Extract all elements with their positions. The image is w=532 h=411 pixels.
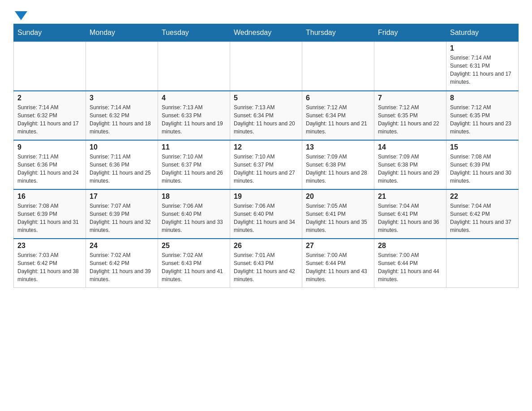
day-number: 8 [450, 94, 515, 102]
day-info: Sunrise: 7:04 AM Sunset: 6:42 PM Dayligh… [450, 202, 515, 234]
calendar-cell: 15Sunrise: 7:08 AM Sunset: 6:39 PM Dayli… [446, 140, 519, 189]
day-info: Sunrise: 7:14 AM Sunset: 6:31 PM Dayligh… [450, 54, 515, 86]
day-number: 2 [17, 94, 82, 102]
calendar-cell: 9Sunrise: 7:11 AM Sunset: 6:36 PM Daylig… [14, 140, 86, 189]
day-info: Sunrise: 7:10 AM Sunset: 6:37 PM Dayligh… [162, 153, 226, 185]
day-number: 23 [17, 242, 82, 250]
day-number: 5 [234, 94, 298, 102]
day-info: Sunrise: 7:02 AM Sunset: 6:43 PM Dayligh… [162, 251, 226, 283]
day-info: Sunrise: 7:00 AM Sunset: 6:44 PM Dayligh… [306, 251, 370, 283]
day-number: 13 [306, 143, 370, 151]
calendar-cell: 17Sunrise: 7:07 AM Sunset: 6:39 PM Dayli… [86, 189, 158, 239]
calendar-cell: 26Sunrise: 7:01 AM Sunset: 6:43 PM Dayli… [230, 239, 302, 288]
column-header-thursday: Thursday [302, 24, 374, 42]
day-info: Sunrise: 7:09 AM Sunset: 6:38 PM Dayligh… [306, 153, 370, 185]
day-number: 26 [234, 242, 298, 250]
day-number: 1 [450, 44, 515, 52]
calendar-cell [230, 42, 302, 91]
day-info: Sunrise: 7:07 AM Sunset: 6:39 PM Dayligh… [90, 202, 154, 234]
day-info: Sunrise: 7:05 AM Sunset: 6:41 PM Dayligh… [306, 202, 370, 234]
day-number: 17 [90, 193, 154, 201]
day-info: Sunrise: 7:11 AM Sunset: 6:36 PM Dayligh… [17, 153, 82, 185]
day-number: 9 [17, 143, 82, 151]
day-info: Sunrise: 7:13 AM Sunset: 6:34 PM Dayligh… [234, 103, 298, 136]
day-info: Sunrise: 7:11 AM Sunset: 6:36 PM Dayligh… [90, 153, 154, 185]
day-number: 11 [162, 143, 226, 151]
day-number: 20 [306, 193, 370, 201]
day-number: 12 [234, 143, 298, 151]
day-number: 3 [90, 94, 154, 102]
day-info: Sunrise: 7:00 AM Sunset: 6:44 PM Dayligh… [378, 251, 442, 283]
column-header-tuesday: Tuesday [158, 24, 230, 42]
day-info: Sunrise: 7:01 AM Sunset: 6:43 PM Dayligh… [234, 251, 298, 283]
calendar-cell: 21Sunrise: 7:04 AM Sunset: 6:41 PM Dayli… [374, 189, 446, 239]
calendar-cell: 6Sunrise: 7:12 AM Sunset: 6:34 PM Daylig… [302, 91, 374, 140]
day-number: 19 [234, 193, 298, 201]
day-number: 28 [378, 242, 442, 250]
day-info: Sunrise: 7:04 AM Sunset: 6:41 PM Dayligh… [378, 202, 442, 234]
column-header-saturday: Saturday [446, 24, 519, 42]
day-number: 16 [17, 193, 82, 201]
calendar-cell [86, 42, 158, 91]
day-info: Sunrise: 7:12 AM Sunset: 6:35 PM Dayligh… [450, 103, 515, 136]
calendar-header-row: SundayMondayTuesdayWednesdayThursdayFrid… [14, 24, 519, 42]
calendar-cell: 14Sunrise: 7:09 AM Sunset: 6:38 PM Dayli… [374, 140, 446, 189]
day-number: 15 [450, 143, 515, 151]
calendar-cell: 10Sunrise: 7:11 AM Sunset: 6:36 PM Dayli… [86, 140, 158, 189]
calendar-cell: 22Sunrise: 7:04 AM Sunset: 6:42 PM Dayli… [446, 189, 519, 239]
day-info: Sunrise: 7:09 AM Sunset: 6:38 PM Dayligh… [378, 153, 442, 185]
calendar-week-row: 1Sunrise: 7:14 AM Sunset: 6:31 PM Daylig… [14, 42, 519, 91]
calendar-cell: 20Sunrise: 7:05 AM Sunset: 6:41 PM Dayli… [302, 189, 374, 239]
column-header-friday: Friday [374, 24, 446, 42]
calendar-cell: 11Sunrise: 7:10 AM Sunset: 6:37 PM Dayli… [158, 140, 230, 189]
day-info: Sunrise: 7:10 AM Sunset: 6:37 PM Dayligh… [234, 153, 298, 185]
logo [13, 9, 27, 19]
day-number: 24 [90, 242, 154, 250]
calendar-table: SundayMondayTuesdayWednesdayThursdayFrid… [13, 24, 519, 288]
logo-triangle-icon [15, 11, 27, 20]
calendar-cell: 18Sunrise: 7:06 AM Sunset: 6:40 PM Dayli… [158, 189, 230, 239]
calendar-week-row: 16Sunrise: 7:08 AM Sunset: 6:39 PM Dayli… [14, 189, 519, 239]
calendar-cell: 4Sunrise: 7:13 AM Sunset: 6:33 PM Daylig… [158, 91, 230, 140]
day-number: 21 [378, 193, 442, 201]
calendar-cell: 7Sunrise: 7:12 AM Sunset: 6:35 PM Daylig… [374, 91, 446, 140]
day-info: Sunrise: 7:06 AM Sunset: 6:40 PM Dayligh… [234, 202, 298, 234]
day-number: 27 [306, 242, 370, 250]
calendar-cell: 19Sunrise: 7:06 AM Sunset: 6:40 PM Dayli… [230, 189, 302, 239]
calendar-week-row: 23Sunrise: 7:03 AM Sunset: 6:42 PM Dayli… [14, 239, 519, 288]
calendar-cell [14, 42, 86, 91]
calendar-cell: 1Sunrise: 7:14 AM Sunset: 6:31 PM Daylig… [446, 42, 519, 91]
calendar-cell: 3Sunrise: 7:14 AM Sunset: 6:32 PM Daylig… [86, 91, 158, 140]
day-number: 10 [90, 143, 154, 151]
calendar-cell [374, 42, 446, 91]
calendar-cell [302, 42, 374, 91]
day-number: 22 [450, 193, 515, 201]
column-header-sunday: Sunday [14, 24, 86, 42]
calendar-cell: 25Sunrise: 7:02 AM Sunset: 6:43 PM Dayli… [158, 239, 230, 288]
day-info: Sunrise: 7:06 AM Sunset: 6:40 PM Dayligh… [162, 202, 226, 234]
calendar-cell: 27Sunrise: 7:00 AM Sunset: 6:44 PM Dayli… [302, 239, 374, 288]
calendar-cell [446, 239, 519, 288]
calendar-cell: 5Sunrise: 7:13 AM Sunset: 6:34 PM Daylig… [230, 91, 302, 140]
calendar-cell: 28Sunrise: 7:00 AM Sunset: 6:44 PM Dayli… [374, 239, 446, 288]
day-number: 7 [378, 94, 442, 102]
day-info: Sunrise: 7:08 AM Sunset: 6:39 PM Dayligh… [450, 153, 515, 185]
day-info: Sunrise: 7:03 AM Sunset: 6:42 PM Dayligh… [17, 251, 82, 283]
calendar-cell: 12Sunrise: 7:10 AM Sunset: 6:37 PM Dayli… [230, 140, 302, 189]
calendar-cell [158, 42, 230, 91]
column-header-wednesday: Wednesday [230, 24, 302, 42]
column-header-monday: Monday [86, 24, 158, 42]
day-info: Sunrise: 7:13 AM Sunset: 6:33 PM Dayligh… [162, 103, 226, 136]
day-number: 18 [162, 193, 226, 201]
day-number: 4 [162, 94, 226, 102]
day-number: 14 [378, 143, 442, 151]
day-info: Sunrise: 7:12 AM Sunset: 6:35 PM Dayligh… [378, 103, 442, 136]
page-header [13, 9, 519, 19]
day-info: Sunrise: 7:02 AM Sunset: 6:42 PM Dayligh… [90, 251, 154, 283]
day-number: 6 [306, 94, 370, 102]
day-info: Sunrise: 7:14 AM Sunset: 6:32 PM Dayligh… [17, 103, 82, 136]
day-info: Sunrise: 7:08 AM Sunset: 6:39 PM Dayligh… [17, 202, 82, 234]
calendar-cell: 16Sunrise: 7:08 AM Sunset: 6:39 PM Dayli… [14, 189, 86, 239]
calendar-cell: 2Sunrise: 7:14 AM Sunset: 6:32 PM Daylig… [14, 91, 86, 140]
calendar-week-row: 2Sunrise: 7:14 AM Sunset: 6:32 PM Daylig… [14, 91, 519, 140]
